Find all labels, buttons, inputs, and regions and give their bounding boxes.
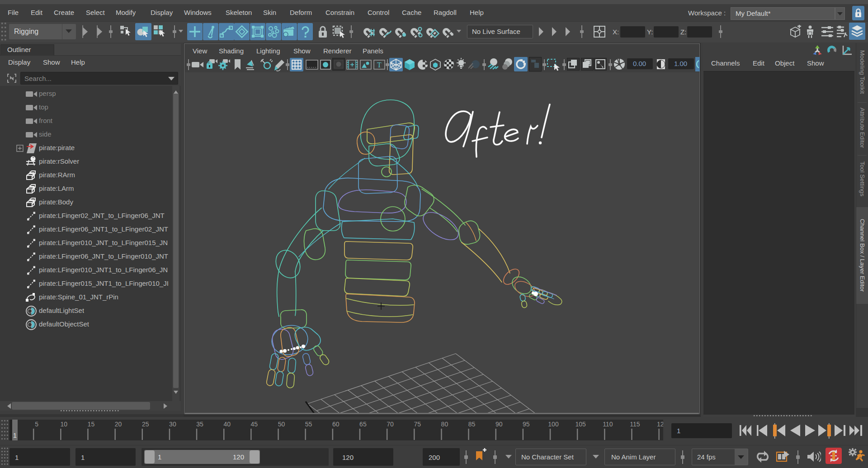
svg-text:75: 75 — [414, 421, 421, 428]
svg-text:5: 5 — [35, 421, 38, 428]
svg-text:45: 45 — [251, 421, 258, 428]
svg-text:50: 50 — [278, 421, 285, 428]
svg-text:85: 85 — [468, 421, 476, 428]
svg-text:10: 10 — [61, 421, 68, 428]
svg-text:105: 105 — [575, 421, 586, 428]
svg-text:35: 35 — [196, 421, 203, 428]
svg-text:115: 115 — [630, 421, 640, 428]
svg-text:40: 40 — [223, 421, 231, 428]
svg-text:30: 30 — [169, 421, 176, 428]
svg-text:65: 65 — [359, 421, 367, 428]
svg-text:95: 95 — [523, 421, 530, 428]
svg-text:20: 20 — [115, 421, 122, 428]
svg-text:25: 25 — [142, 421, 149, 428]
svg-text:15: 15 — [88, 421, 95, 428]
svg-text:110: 110 — [603, 421, 613, 428]
svg-text:T: T — [377, 61, 382, 69]
svg-text:60: 60 — [332, 421, 340, 428]
svg-text:80: 80 — [441, 421, 448, 428]
svg-text:55: 55 — [305, 421, 312, 428]
svg-text:100: 100 — [548, 421, 559, 428]
svg-text:90: 90 — [495, 421, 503, 428]
svg-text:70: 70 — [387, 421, 394, 428]
svg-text:120: 120 — [657, 421, 663, 428]
